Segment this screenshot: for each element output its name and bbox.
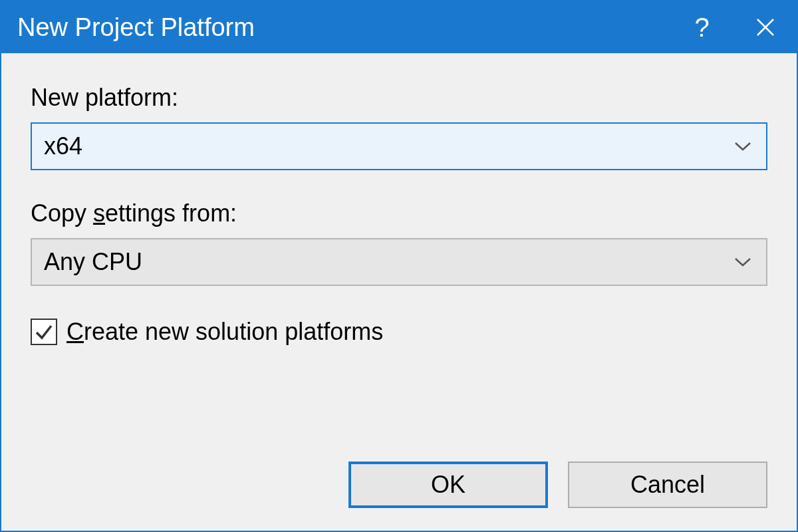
titlebar: New Project Platform ? [1, 1, 797, 53]
close-icon [756, 18, 775, 37]
dialog-button-row: OK Cancel [31, 462, 767, 508]
new-platform-combobox[interactable]: x64 [31, 122, 767, 170]
ok-button[interactable]: OK [348, 462, 548, 508]
new-project-platform-dialog: New Project Platform ? New platform: x64… [0, 0, 798, 532]
help-icon: ? [694, 13, 709, 43]
create-solution-platforms-checkbox[interactable] [31, 319, 57, 345]
dialog-body: New platform: x64 Copy settings from: An… [1, 53, 797, 531]
copy-settings-label: Copy settings from: [31, 200, 767, 227]
new-platform-label: New platform: [31, 84, 767, 112]
new-platform-value: x64 [44, 132, 732, 160]
checkmark-icon [34, 322, 54, 342]
cancel-button[interactable]: Cancel [568, 462, 767, 508]
help-button[interactable]: ? [670, 1, 733, 53]
copy-settings-value: Any CPU [44, 248, 732, 276]
close-button[interactable] [733, 1, 797, 53]
chevron-down-icon [732, 251, 754, 273]
create-solution-platforms-label: Create new solution platforms [66, 318, 383, 346]
copy-settings-combobox[interactable]: Any CPU [31, 238, 767, 286]
dialog-title: New Project Platform [17, 13, 670, 42]
create-solution-platforms-row: Create new solution platforms [31, 318, 767, 346]
chevron-down-icon [732, 135, 754, 158]
